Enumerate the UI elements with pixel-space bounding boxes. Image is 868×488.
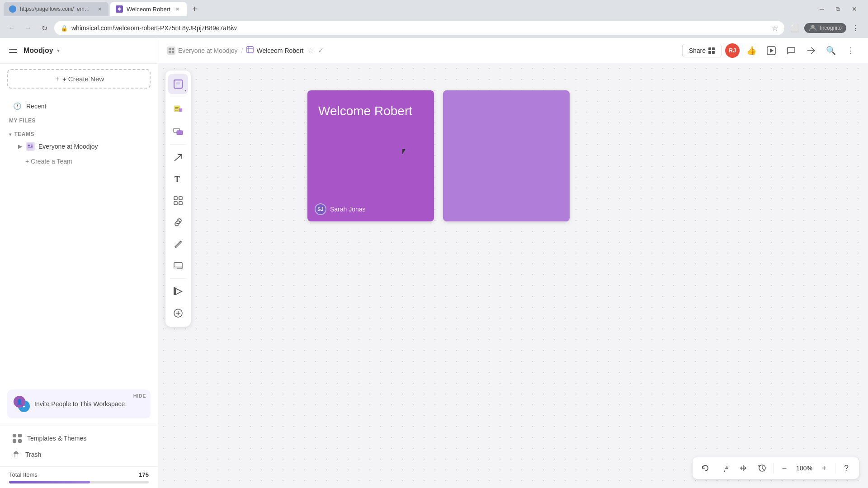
everyone-label: Everyone at Moodjoy	[38, 143, 98, 150]
workspace-name: Moodjoy	[24, 47, 53, 55]
tool-panel: T	[165, 70, 191, 327]
back-btn[interactable]: ←	[5, 22, 18, 34]
create-new-button[interactable]: ＋ + Create New	[7, 69, 151, 89]
tab2-close[interactable]: ✕	[174, 5, 181, 13]
pen-btn[interactable]	[168, 234, 188, 254]
sidebar-item-trash[interactable]: 🗑 Trash	[4, 447, 154, 462]
tab-1[interactable]: https://pageflows.com/_emails/ ✕	[4, 2, 108, 16]
svg-rect-24	[179, 108, 182, 112]
new-tab-button[interactable]: +	[189, 3, 201, 15]
invite-avatar-stack: 👤 +	[14, 396, 30, 412]
tool-divider-1	[170, 97, 186, 97]
svg-rect-22	[175, 108, 178, 109]
comment-btn[interactable]	[783, 42, 799, 59]
zoom-out-btn[interactable]: −	[776, 460, 793, 476]
forward-btn[interactable]: →	[22, 22, 34, 34]
templates-icon	[13, 434, 22, 443]
history-btn[interactable]	[754, 460, 770, 476]
breadcrumb-separator: /	[241, 47, 243, 54]
workspace-icon	[167, 47, 175, 55]
bottom-bar: − 100% + ?	[693, 457, 859, 479]
trash-label: Trash	[25, 451, 41, 458]
recent-label: Recent	[26, 103, 46, 110]
bookmark-icon[interactable]: ☆	[772, 24, 778, 33]
sidebar-item-everyone-at-moodjoy[interactable]: ▶ Everyone at Moodjoy	[4, 139, 154, 154]
my-files-section: MY FILES	[0, 115, 158, 125]
sidebar-item-templates[interactable]: Templates & Themes	[4, 430, 154, 446]
invite-avatar-1: 👤	[14, 396, 25, 408]
user-avatar[interactable]: RJ	[725, 43, 740, 58]
media-btn[interactable]	[168, 256, 188, 276]
sticky-note-btn[interactable]	[168, 100, 188, 120]
minimize-btn[interactable]: ─	[816, 3, 828, 15]
browser-actions: ⬜ Incognito ⋮	[788, 21, 863, 35]
sidebar-panel-btn[interactable]: ⬜	[788, 21, 802, 35]
sidebar-item-recent[interactable]: 🕐 Recent	[4, 98, 154, 114]
search-btn[interactable]: 🔍	[823, 42, 839, 59]
sidebar-item-create-team[interactable]: + Create a Team	[4, 155, 154, 168]
svg-rect-3	[28, 145, 30, 146]
create-new-label: + Create New	[62, 75, 104, 83]
address-bar[interactable]: 🔒 whimsical.com/welceom-robert-PXz5nL8yJ…	[54, 21, 784, 35]
divider-2	[835, 463, 835, 474]
card-username: Sarah Jonas	[330, 206, 366, 213]
create-team-label: + Create a Team	[25, 158, 72, 165]
sidebar-bottom: Templates & Themes 🗑 Trash	[0, 426, 158, 466]
undo-btn[interactable]	[697, 460, 713, 476]
tab1-close[interactable]: ✕	[96, 5, 103, 13]
svg-rect-32	[179, 202, 182, 205]
play-btn[interactable]	[763, 42, 779, 59]
sidebar-menu-btn[interactable]	[7, 44, 20, 57]
browser-menu-btn[interactable]: ⋮	[848, 21, 863, 35]
svg-rect-8	[169, 48, 171, 50]
maximize-btn[interactable]: ⧉	[832, 3, 844, 15]
like-btn[interactable]: 👍	[743, 42, 760, 59]
close-window-btn[interactable]: ✕	[848, 3, 861, 15]
text-btn[interactable]: T	[168, 169, 188, 189]
tool-divider-2	[170, 144, 186, 145]
canvas-card-welcome[interactable]: Welcome Robert SJ Sarah Jonas	[307, 90, 434, 221]
incognito-label: Incognito	[820, 25, 842, 31]
incognito-badge: Incognito	[804, 23, 846, 33]
share-button[interactable]: Share	[682, 44, 722, 57]
tab2-favicon	[116, 5, 123, 13]
total-items-label: Total Items	[9, 471, 38, 478]
total-items-row: Total Items 175	[9, 471, 149, 478]
canvas-card-secondary[interactable]	[443, 90, 570, 221]
favorite-star-btn[interactable]: ☆	[307, 46, 314, 56]
tab-2[interactable]: Welceom Robert ✕	[110, 2, 187, 16]
total-items-progress-fill	[9, 481, 90, 483]
redo-btn[interactable]	[716, 460, 732, 476]
svg-rect-4	[31, 145, 33, 145]
more-btn[interactable]: ⋮	[843, 42, 859, 59]
breadcrumb-workspace[interactable]: Everyone at Moodjoy	[167, 47, 238, 55]
add-btn[interactable]	[168, 303, 188, 323]
svg-rect-31	[174, 202, 177, 205]
present-btn[interactable]	[168, 282, 188, 301]
link-btn[interactable]	[168, 212, 188, 232]
arrow-btn[interactable]	[168, 147, 188, 167]
trash-icon: 🗑	[13, 450, 20, 459]
send-btn[interactable]	[803, 42, 819, 59]
invite-text[interactable]: Invite People to This Workspace	[34, 400, 125, 408]
breadcrumb: Everyone at Moodjoy / Welceom Robert ☆ ✓	[167, 46, 677, 56]
breadcrumb-current: Welceom Robert	[246, 46, 303, 55]
total-items-section: Total Items 175	[0, 466, 158, 488]
tab2-label: Welceom Robert	[127, 6, 170, 13]
divider-1	[773, 463, 774, 474]
templates-label: Templates & Themes	[27, 435, 86, 442]
grid-btn[interactable]	[168, 191, 188, 211]
hide-button[interactable]: HIDE	[133, 393, 146, 399]
zoom-in-btn[interactable]: +	[816, 460, 832, 476]
reload-btn[interactable]: ↻	[38, 22, 51, 34]
tool-divider-3	[170, 278, 186, 279]
help-btn[interactable]: ?	[838, 460, 854, 476]
card-tool-btn[interactable]	[168, 122, 188, 141]
invite-box: HIDE 👤 + Invite People to This Workspace	[7, 389, 151, 418]
workspace-chevron-icon[interactable]: ▾	[57, 47, 60, 54]
frame-tool-btn[interactable]	[168, 74, 188, 94]
team-icon	[26, 142, 35, 151]
canvas-area[interactable]: T	[158, 63, 868, 488]
pan-btn[interactable]	[735, 460, 751, 476]
topbar-actions: Share RJ 👍	[682, 42, 859, 59]
